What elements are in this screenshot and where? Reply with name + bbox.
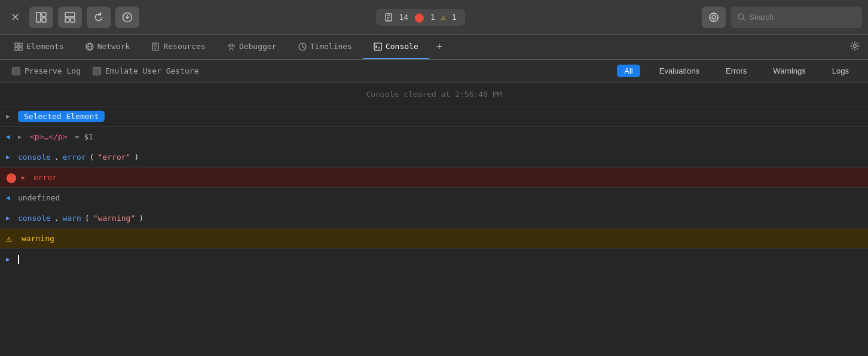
tab-resources[interactable]: Resources xyxy=(140,35,216,59)
console-error-arg: "error" xyxy=(98,153,131,162)
target-button[interactable] xyxy=(702,7,726,28)
filterbar: Preserve Log Emulate User Gesture All Ev… xyxy=(0,60,868,83)
warning-count: 1 xyxy=(452,13,457,22)
stats-widget: 14 ⬤ 1 ⚠ 1 xyxy=(376,9,464,26)
console-cleared: Console cleared at 2:56:40 PM xyxy=(0,83,868,107)
layout1-icon xyxy=(36,12,47,23)
error-count: 1 xyxy=(430,13,435,22)
chevron-left-icon[interactable]: ◀ xyxy=(6,133,14,141)
tab-resources-label: Resources xyxy=(163,42,205,51)
filter-logs-button[interactable]: Logs xyxy=(825,65,856,77)
console-prompt[interactable]: ▶ xyxy=(0,249,868,269)
prompt-cursor xyxy=(18,255,19,264)
filter-evaluations-button[interactable]: Evaluations xyxy=(652,65,707,77)
svg-line-29 xyxy=(228,45,230,45)
emulate-gesture-input[interactable] xyxy=(93,67,101,75)
selected-element-badge: Selected Element xyxy=(18,111,105,122)
svg-line-30 xyxy=(233,45,235,45)
console-cleared-text: Console cleared at 2:56:40 PM xyxy=(366,90,502,99)
download-button[interactable] xyxy=(115,7,139,28)
preserve-log-checkbox[interactable]: Preserve Log xyxy=(12,66,81,75)
console-row-undefined: ◀ undefined xyxy=(0,188,868,208)
layout2-button[interactable] xyxy=(58,7,82,28)
svg-rect-21 xyxy=(15,47,18,50)
tab-debugger-label: Debugger xyxy=(239,42,277,51)
search-box[interactable] xyxy=(731,7,862,28)
svg-rect-22 xyxy=(19,47,22,50)
page-icon xyxy=(384,13,393,22)
svg-rect-3 xyxy=(65,13,75,17)
toolbar: ✕ 14 ⬤ 1 ⚠ xyxy=(0,0,868,35)
svg-point-12 xyxy=(712,16,716,19)
console-warn-paren1: ( xyxy=(85,214,90,223)
console-icon xyxy=(374,42,382,51)
error-triangle-icon[interactable]: ▶ xyxy=(22,174,30,181)
warn-output-text: warning xyxy=(22,234,54,243)
chevron-right-icon[interactable]: ▶ xyxy=(6,112,14,120)
tab-timelines-label: Timelines xyxy=(310,42,352,51)
preserve-log-input[interactable] xyxy=(12,67,20,75)
console-error-method: error xyxy=(63,153,86,162)
preserve-log-label: Preserve Log xyxy=(25,66,81,75)
network-icon xyxy=(85,42,94,51)
tab-add-button[interactable]: + xyxy=(432,38,448,56)
tab-console[interactable]: Console xyxy=(363,35,429,59)
console-row-selected-element: ▶ Selected Element xyxy=(0,107,868,127)
svg-line-32 xyxy=(234,47,235,47)
tab-debugger[interactable]: Debugger xyxy=(216,35,288,59)
svg-point-38 xyxy=(854,44,857,47)
input-chevron-icon[interactable]: ▶ xyxy=(6,153,14,161)
emulate-gesture-label: Emulate User Gesture xyxy=(105,66,199,75)
tabbar: Elements Network Resources Debugger xyxy=(0,35,868,60)
console-row-warn-output: ⚠ warning xyxy=(0,229,868,249)
svg-point-28 xyxy=(230,44,233,47)
svg-point-11 xyxy=(710,13,718,22)
filter-all-button[interactable]: All xyxy=(617,65,640,77)
error-circle-icon: ⬤ xyxy=(6,172,18,183)
console-warn-arg: "warning" xyxy=(93,214,135,223)
tab-elements[interactable]: Elements xyxy=(4,35,75,59)
console-row-error-input: ▶ console.error("error") xyxy=(0,147,868,168)
search-icon xyxy=(738,13,745,21)
svg-rect-36 xyxy=(374,43,381,50)
console-row-error-output: ⬤ ▶ error xyxy=(0,168,868,188)
filter-warnings-button[interactable]: Warnings xyxy=(766,65,812,77)
filter-errors-button[interactable]: Errors xyxy=(719,65,754,77)
tab-network-label: Network xyxy=(97,42,130,51)
console-warn-dot: . xyxy=(54,214,59,223)
console-row-warn-input: ▶ console.warn("warning") xyxy=(0,208,868,229)
target-icon xyxy=(708,12,719,23)
layout1-button[interactable] xyxy=(29,7,53,28)
tab-console-label: Console xyxy=(386,42,418,51)
console-warn-paren2: ) xyxy=(139,214,143,223)
debugger-icon xyxy=(227,42,236,51)
triangle-right-icon[interactable]: ▶ xyxy=(18,133,26,140)
warning-icon: ⚠ xyxy=(441,13,446,22)
reload-button[interactable] xyxy=(87,7,111,28)
console-error-paren1: ( xyxy=(90,153,94,162)
element-html-tag: <p>…</p> xyxy=(30,132,68,141)
search-input[interactable] xyxy=(749,13,851,22)
elements-icon xyxy=(14,42,23,51)
error-output-text: error xyxy=(33,173,57,182)
console-error-dot: . xyxy=(54,153,59,162)
tab-network[interactable]: Network xyxy=(75,35,141,59)
console-content: Console cleared at 2:56:40 PM ▶ Selected… xyxy=(0,83,868,356)
timelines-icon xyxy=(298,42,307,51)
tab-timelines[interactable]: Timelines xyxy=(288,35,363,59)
console-warn-call: console xyxy=(18,214,51,223)
tab-settings-button[interactable] xyxy=(845,39,864,56)
download-icon xyxy=(122,12,133,23)
error-icon: ⬤ xyxy=(414,12,424,23)
svg-rect-2 xyxy=(42,18,46,22)
warn-input-chevron-icon[interactable]: ▶ xyxy=(6,214,14,222)
close-button[interactable]: ✕ xyxy=(6,8,25,26)
svg-line-18 xyxy=(743,19,745,20)
console-error-paren2: ) xyxy=(134,153,139,162)
svg-rect-5 xyxy=(71,18,75,22)
svg-rect-4 xyxy=(65,18,69,22)
svg-line-31 xyxy=(228,47,229,47)
emulate-gesture-checkbox[interactable]: Emulate User Gesture xyxy=(93,66,199,75)
console-row-element-ref: ◀ ▶ <p>…</p> = $1 xyxy=(0,127,868,147)
resources-icon xyxy=(151,42,160,51)
